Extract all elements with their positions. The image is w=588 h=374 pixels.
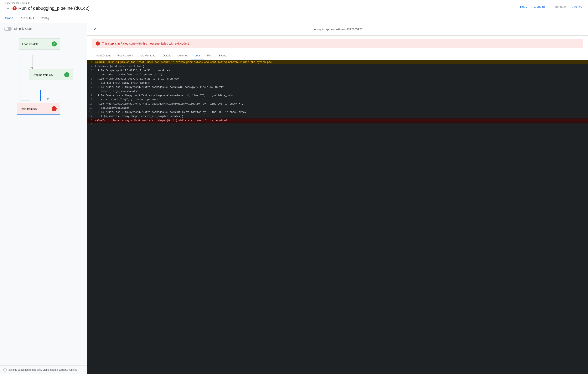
log-line-number: 12 (87, 106, 95, 110)
graph-panel: Simplify Graph (0, 23, 87, 374)
graph-footer: i Runtime execution graph. Only steps th… (0, 365, 87, 374)
node-drop-na-label: Drop na from csv (33, 73, 53, 77)
graph-connections-svg (0, 34, 87, 365)
log-line-content: clf.fit(train_data, train_target) (95, 81, 150, 85)
detail-tab-visualizations[interactable]: Visualizations (114, 51, 137, 60)
page-title: Run of debugging_pipeline (d01c2) (18, 6, 89, 11)
log-line-content: File "/usr/local/lib/python3.7/site-pack… (95, 85, 224, 89)
tab-config[interactable]: Config (37, 13, 52, 23)
log-line: 7 File "/usr/local/lib/python3.7/site-pa… (87, 85, 588, 89)
log-line-number: 4 (87, 73, 95, 77)
log-line: 11 File "/usr/local/lib/python3.7/site-p… (87, 102, 588, 106)
log-line-content: _outputs = train_from_csv(**_parsed_args… (95, 73, 162, 77)
log-line-content: File "/tmp/tmp.8dLTfp60JJ", line 26, in … (95, 77, 179, 81)
log-line: 16 (87, 123, 588, 127)
log-line-number: 7 (87, 85, 95, 89)
log-line: 3 File "/tmp/tmp.8dLTfp60JJ", line 56, i… (87, 68, 588, 73)
detail-tab-details[interactable]: Details (159, 51, 174, 60)
log-line-number: 2 (87, 65, 95, 68)
top-bar: Experiments > default ← ! Run of debuggi… (0, 0, 588, 13)
archive-button[interactable]: Archive (572, 4, 583, 10)
log-line-content: File "/usr/local/lib/python3.7/site-pack… (95, 102, 243, 106)
node-train-csv-error-icon: ! (52, 106, 57, 111)
error-banner: ! This step is in Failed state with this… (92, 39, 583, 48)
node-drop-na[interactable]: Drop na from csv ✓ (29, 69, 73, 80)
error-banner-icon: ! (96, 42, 100, 46)
log-line-content: File "/tmp/tmp.8dLTfp60JJ", line 56, in … (95, 69, 170, 72)
node-load-iris[interactable]: Load iris data ✓ (19, 38, 60, 50)
log-line-number: 6 (87, 81, 95, 85)
log-line-number: 8 (87, 89, 95, 93)
graph-footer-text: Runtime execution graph. Only steps that… (8, 368, 77, 371)
breadcrumb-separator: > (20, 2, 21, 5)
clone-run-button[interactable]: Clone run (533, 4, 547, 10)
tab-graph[interactable]: Graph (5, 13, 16, 23)
log-line-number: 11 (87, 102, 95, 106)
graph-toolbar: Simplify Graph (0, 23, 87, 34)
log-line: 5 File "/tmp/tmp.8dLTfp60JJ", line 26, i… (87, 77, 588, 81)
node-drop-na-success-icon: ✓ (64, 72, 69, 77)
log-line-content: estimator=estimator, (95, 106, 131, 110)
graph-area: Load iris data ✓ Drop na from csv ✓ Trai… (0, 34, 87, 365)
log-line-number: 16 (87, 123, 95, 127)
log-line-content: accept_large_sparse=False, (95, 89, 140, 93)
node-train-csv-label: Train from csv (21, 107, 37, 110)
log-line-content: File "/usr/local/lib/python3.7/site-pack… (95, 110, 246, 114)
log-line-content: File "/usr/local/lib/python3.7/site-pack… (95, 94, 233, 98)
log-line-content: X, y = check_X_y(X, y, **check_params) (95, 98, 158, 102)
detail-tab-ml-metadata[interactable]: ML Metadata (137, 51, 159, 60)
tab-run-output[interactable]: Run output (16, 13, 37, 23)
log-line: 6 clf.fit(train_data, train_target) (87, 81, 588, 85)
log-line-content: Traceback (most recent call last): (95, 65, 146, 68)
log-line-number: 1 (87, 60, 95, 64)
log-line: 15ValueError: Found array with 0 sample(… (87, 119, 588, 123)
error-status-icon: ! (12, 6, 17, 11)
detail-header: ✕ debugging-pipeline-8lssw-3322805952 (87, 23, 588, 36)
main-content: Simplify Graph (0, 23, 588, 374)
node-load-iris-label: Load iris data (22, 43, 39, 46)
log-line-number: 13 (87, 110, 95, 114)
log-line: 9 File "/usr/local/lib/python3.7/site-pa… (87, 93, 588, 98)
detail-tab-logs[interactable]: Logs (191, 51, 204, 60)
simplify-graph-toggle[interactable] (4, 27, 12, 31)
log-line-content: ValueError: Found array with 0 sample(s)… (95, 119, 588, 122)
node-load-iris-success-icon: ✓ (52, 42, 57, 46)
log-line: 12 estimator=estimator, (87, 106, 588, 110)
error-banner-message: This step is in Failed state with this m… (102, 42, 189, 45)
log-line-number: 9 (87, 94, 95, 98)
detail-tab-pod[interactable]: Pod (204, 51, 215, 60)
info-icon: i (3, 368, 7, 372)
log-line: 13 File "/usr/local/lib/python3.7/site-p… (87, 110, 588, 114)
log-area[interactable]: 1WARNING: Running pip as the 'root' user… (87, 60, 588, 374)
log-line-number: 15 (87, 119, 95, 122)
detail-title: debugging-pipeline-8lssw-3322805952 (313, 28, 363, 31)
breadcrumb-default[interactable]: default (22, 2, 30, 5)
detail-tab-volumes[interactable]: Volumes (174, 51, 191, 60)
log-line-number: 10 (87, 98, 95, 102)
top-bar-actions: Retry Clone run Terminate Archive (519, 4, 583, 10)
breadcrumb-experiments[interactable]: Experiments (5, 2, 19, 5)
log-line: 4 _outputs = train_from_csv(**_parsed_ar… (87, 73, 588, 77)
log-line-number: 3 (87, 69, 95, 72)
terminate-button[interactable]: Terminate (552, 4, 567, 10)
log-line: 8 accept_large_sparse=False, (87, 89, 588, 93)
log-line: 10 X, y = check_X_y(X, y, **check_params… (87, 98, 588, 102)
close-detail-button[interactable]: ✕ (92, 27, 97, 32)
retry-button[interactable]: Retry (519, 4, 528, 10)
log-line: 14 % (n_samples, array.shape, ensure_min… (87, 114, 588, 119)
detail-tabs: Input/Output Visualizations ML Metadata … (87, 51, 588, 60)
top-bar-left: Experiments > default ← ! Run of debuggi… (5, 2, 89, 11)
log-line-number: 5 (87, 77, 95, 81)
detail-tab-input-output[interactable]: Input/Output (92, 51, 114, 60)
back-button[interactable]: ← (5, 5, 11, 11)
main-tab-bar: Graph Run output Config (0, 13, 588, 23)
page-title-row: ← ! Run of debugging_pipeline (d01c2) (5, 5, 89, 11)
log-line: 2Traceback (most recent call last): (87, 64, 588, 68)
node-train-csv[interactable]: Train from csv ! (17, 103, 60, 115)
log-line-content: WARNING: Running pip as the 'root' user … (95, 60, 588, 64)
log-line: 1WARNING: Running pip as the 'root' user… (87, 60, 588, 64)
detail-tab-events[interactable]: Events (215, 51, 230, 60)
detail-panel: ✕ debugging-pipeline-8lssw-3322805952 ! … (87, 23, 588, 374)
breadcrumb: Experiments > default (5, 2, 89, 5)
simplify-graph-label: Simplify Graph (14, 27, 33, 30)
